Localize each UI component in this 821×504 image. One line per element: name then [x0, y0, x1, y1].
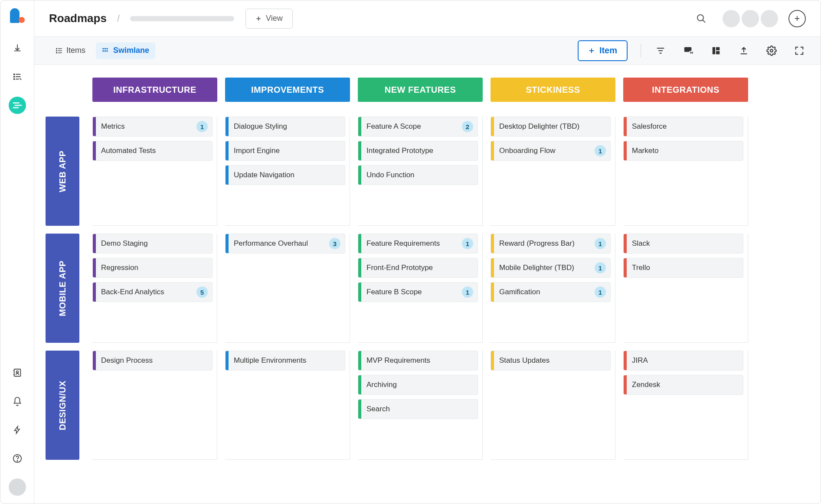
card-label: Metrics [101, 122, 191, 131]
card[interactable]: Salesforce [623, 117, 743, 137]
card[interactable]: Reward (Progress Bar)1 [491, 234, 611, 254]
card-stripe [358, 351, 361, 370]
card[interactable]: Archiving [358, 375, 478, 395]
svg-rect-30 [107, 50, 108, 52]
cell-web_app-stickiness: Desktop Delighter (TBD)Onboarding Flow1 [491, 117, 615, 226]
card-count-badge: 1 [595, 262, 606, 273]
card[interactable]: Import Engine [225, 141, 345, 161]
card-label: Automated Tests [101, 146, 208, 155]
card[interactable]: Back-End Analytics5 [92, 282, 213, 302]
card[interactable]: JIRA [623, 351, 743, 371]
avatar[interactable] [742, 10, 759, 27]
card-stripe [624, 351, 627, 370]
card[interactable]: Slack [623, 234, 743, 254]
card-label: Gamification [499, 288, 589, 296]
card[interactable]: Mobile Delighter (TBD)1 [491, 258, 611, 278]
cell-web_app-integrations: SalesforceMarketo [623, 117, 748, 226]
add-view-label: View [266, 14, 283, 23]
svg-point-17 [697, 15, 703, 21]
avatar[interactable] [761, 10, 778, 27]
filter-icon[interactable] [654, 44, 667, 57]
card[interactable]: Front-End Prototype [358, 258, 478, 278]
card[interactable]: Zendesk [623, 375, 743, 395]
card[interactable]: Desktop Delighter (TBD) [491, 117, 611, 137]
link-filter-icon[interactable] [682, 44, 695, 57]
left-rail [0, 0, 34, 504]
contacts-icon[interactable] [9, 364, 26, 381]
card-label: JIRA [632, 356, 739, 365]
column-header-new_features[interactable]: NEW FEATURES [358, 78, 483, 102]
lane-label-web_app[interactable]: WEB APP [46, 117, 79, 226]
card-label: Multiple Environments [234, 356, 340, 365]
fullscreen-icon[interactable] [793, 44, 806, 57]
card[interactable]: Design Process [92, 351, 213, 371]
inbox-icon[interactable] [9, 39, 26, 57]
card[interactable]: Status Updates [491, 351, 611, 371]
export-icon[interactable] [737, 44, 750, 57]
column-header-integrations[interactable]: INTEGRATIONS [623, 78, 748, 102]
search-icon[interactable] [695, 12, 708, 25]
card-stripe [93, 117, 96, 136]
items-view-button[interactable]: Items [49, 42, 92, 59]
card-stripe [624, 234, 627, 253]
card[interactable]: Integrated Prototype [358, 141, 478, 161]
card[interactable]: Feature A Scope2 [358, 117, 478, 137]
avatar[interactable] [723, 10, 740, 27]
card[interactable]: Search [358, 399, 478, 419]
lane-label-mobile_app[interactable]: MOBILE APP [46, 234, 79, 343]
notifications-icon[interactable] [9, 393, 26, 410]
activity-icon[interactable] [9, 421, 26, 439]
help-icon[interactable] [9, 450, 26, 467]
svg-rect-41 [716, 51, 720, 54]
card[interactable]: Automated Tests [92, 141, 213, 161]
user-avatar[interactable] [9, 478, 26, 496]
toolbar-actions [654, 44, 806, 57]
card-count-badge: 3 [329, 238, 340, 249]
card[interactable]: Marketo [623, 141, 743, 161]
card-stripe [93, 141, 96, 160]
column-header-improvements[interactable]: IMPROVEMENTS [225, 78, 350, 102]
card-label: Performance Overhaul [234, 239, 324, 248]
cell-mobile_app-stickiness: Reward (Progress Bar)1Mobile Delighter (… [491, 234, 615, 343]
card[interactable]: Performance Overhaul3 [225, 234, 345, 254]
card[interactable]: Metrics1 [92, 117, 213, 137]
roadmap-icon[interactable] [9, 97, 26, 114]
card[interactable]: Dialogue Styling [225, 117, 345, 137]
add-item-button[interactable]: Item [578, 40, 628, 61]
settings-icon[interactable] [765, 44, 778, 57]
card[interactable]: MVP Requirements [358, 351, 478, 371]
card[interactable]: Regression [92, 258, 213, 278]
card[interactable]: Update Navigation [225, 165, 345, 185]
card-stripe [491, 117, 494, 136]
cell-mobile_app-improvements: Performance Overhaul3 [225, 234, 350, 343]
collaborator-avatars [723, 10, 778, 27]
cell-mobile_app-new_features: Feature Requirements1Front-End Prototype… [358, 234, 483, 343]
card[interactable]: Feature B Scope1 [358, 282, 478, 302]
card-stripe [226, 234, 229, 253]
list-icon[interactable] [9, 68, 26, 85]
lane-label-design_ux[interactable]: DESIGN/UX [46, 351, 79, 460]
card[interactable]: Feature Requirements1 [358, 234, 478, 254]
card-stripe [358, 234, 361, 253]
column-header-infrastructure[interactable]: INFRASTRUCTURE [92, 78, 217, 102]
swimlane-view-button[interactable]: Swimlane [96, 42, 155, 59]
card[interactable]: Gamification1 [491, 282, 611, 302]
card[interactable]: Undo Function [358, 165, 478, 185]
rail-top-icons [9, 39, 26, 114]
breadcrumb-separator: / [117, 13, 120, 24]
card-label: Salesforce [632, 122, 739, 131]
add-view-button[interactable]: View [245, 9, 293, 29]
card[interactable]: Trello [623, 258, 743, 278]
column-header-stickiness[interactable]: STICKINESS [491, 78, 615, 102]
card-stripe [358, 375, 361, 394]
cell-design_ux-new_features: MVP RequirementsArchivingSearch [358, 351, 483, 460]
layout-icon[interactable] [710, 44, 723, 57]
card[interactable]: Multiple Environments [225, 351, 345, 371]
main-area: Roadmaps / View + Items [34, 0, 821, 504]
add-collaborator-button[interactable]: + [788, 10, 806, 27]
svg-rect-28 [103, 50, 104, 52]
card-stripe [491, 141, 494, 160]
card[interactable]: Onboarding Flow1 [491, 141, 611, 161]
card[interactable]: Demo Staging [92, 234, 213, 254]
card-label: Feature B Scope [366, 288, 457, 296]
